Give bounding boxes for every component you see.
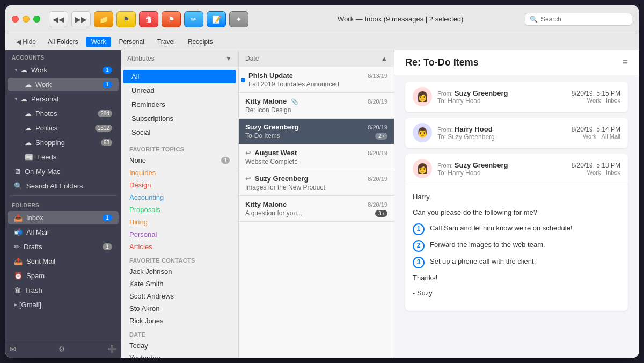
message-item[interactable]: Kitty Malone 📎 8/20/19 Re: Icon Design [239, 93, 394, 119]
filter-topic-design[interactable]: Design [121, 179, 238, 191]
msg-sender: Suzy Greenberg [245, 123, 299, 131]
contact-sto-akron[interactable]: Sto Akron [121, 302, 238, 315]
contact-scott-andrews[interactable]: Scott Andrews [121, 290, 238, 302]
msg-preview: Fall 2019 Tourdates Announced [248, 81, 387, 88]
message-item-selected[interactable]: Suzy Greenberg 8/20/19 To-Do Items 2 › [239, 119, 394, 144]
filter-topic-accounting[interactable]: Accounting [121, 191, 238, 204]
filter-bottom-icon[interactable]: ⚙ [58, 345, 65, 353]
sidebar-item-shopping[interactable]: ☁ Shopping 93 [8, 136, 119, 149]
sidebar-item-label: Politics [35, 124, 57, 132]
contact-kate-smith[interactable]: Kate Smith [121, 278, 238, 290]
from-name: From: Suzy Greenberg [437, 161, 572, 169]
message-list-scroll[interactable]: Phish Update 8/13/19 Fall 2019 Tourdates… [239, 67, 394, 358]
search-input[interactable] [541, 16, 627, 23]
sidebar-item-search-all[interactable]: 🔍 Search All Folders [8, 179, 119, 193]
stamp-button[interactable]: ✦ [229, 11, 248, 27]
email-intro: Can you please do the following for me? [413, 207, 620, 219]
flag-yellow-icon: ⚑ [123, 15, 130, 24]
minimize-button[interactable] [23, 16, 30, 23]
maximize-button[interactable] [33, 16, 40, 23]
sidebar-item-politics[interactable]: ☁ Politics 1512 [8, 121, 119, 135]
sort-up-icon: ▲ [381, 55, 387, 62]
sidebar-item-sentmail[interactable]: 📤 Sent Mail [8, 255, 119, 268]
main-content: Accounts ▼ ☁ Work 1 ☁ Work 1 ▼ ☁ Persona… [5, 50, 639, 358]
filter-topic-inquiries[interactable]: Inquiries [121, 166, 238, 179]
work-badge: 1 [103, 67, 112, 74]
search-bar[interactable]: 🔍 [525, 13, 632, 26]
delete-button[interactable]: 🗑 [139, 11, 158, 27]
filter-topic-proposals[interactable]: Proposals [121, 204, 238, 216]
app-window: ◀◀ ▶▶ 📁 ⚑ 🗑 ⚑ ✏ 📝 ✦ [5, 5, 639, 358]
drafts-icon: ✏ [14, 243, 20, 251]
email-time: 8/20/19, 5:15 PM [572, 90, 620, 97]
flag-yellow-button[interactable]: ⚑ [116, 11, 136, 27]
sidebar-divider [10, 195, 116, 196]
mac-icon: 🖥 [14, 168, 21, 176]
filter-header-label: Attributes [127, 55, 155, 62]
forward-button[interactable]: ▶▶ [71, 11, 91, 27]
contact-jack-johnson[interactable]: Jack Johnson [121, 265, 238, 278]
filter-header[interactable]: Attributes ▼ [121, 50, 238, 67]
sidebar-item-photos[interactable]: ☁ Photos 284 [8, 107, 119, 120]
sidebar-item-personal-account[interactable]: ▼ ☁ Personal [8, 92, 119, 106]
filter-attr-unread[interactable]: Unread [123, 84, 236, 97]
sidebar-item-gmail[interactable]: ▶ [Gmail] [8, 298, 119, 311]
sidebar-item-drafts[interactable]: ✏ Drafts 1 [8, 240, 119, 253]
hide-button[interactable]: ◀ Hide [12, 37, 40, 47]
email-messages: 👩 From: Suzy Greenberg To: Harry Hood [394, 75, 639, 358]
tab-receipts[interactable]: Receipts [182, 37, 218, 47]
sidebar-item-work-account[interactable]: ▼ ☁ Work 1 [8, 63, 119, 77]
filter-attr-all[interactable]: All [123, 70, 236, 83]
add-account-icon[interactable]: ➕ [107, 345, 116, 353]
sidebar-item-allmail[interactable]: 📬 All Mail [8, 226, 119, 239]
filter-attr-label: Reminders [131, 100, 165, 108]
message-item[interactable]: Kitty Malone 8/20/19 A question for you.… [239, 196, 394, 222]
archive-button[interactable]: 📁 [94, 11, 113, 27]
date-today[interactable]: Today [121, 339, 238, 352]
filter-attr-reminders[interactable]: Reminders [123, 98, 236, 111]
sidebar-item-spam[interactable]: ⏰ Spam [8, 269, 119, 282]
feeds-icon: 📰 [25, 153, 33, 161]
topic-none-label: None [129, 156, 146, 164]
filter-attr-social[interactable]: Social [123, 126, 236, 139]
compose-bottom-icon[interactable]: ✉ [10, 345, 16, 353]
message-item[interactable]: ↩ Suzy Greenberg 8/20/19 Images for the … [239, 170, 394, 196]
filter-topic-hiring[interactable]: Hiring [121, 216, 238, 228]
archive-icon: 📁 [99, 15, 108, 24]
tab-work[interactable]: Work [86, 37, 112, 47]
sidebar-item-trash[interactable]: 🗑 Trash [8, 284, 119, 297]
compose-button[interactable]: ✏ [184, 11, 203, 27]
sidebar-item-inbox[interactable]: 📥 Inbox 1 [8, 211, 119, 224]
note-button[interactable]: 📝 [207, 11, 226, 27]
sidebar-item-label: Work [31, 66, 47, 74]
sidebar-item-onmymac[interactable]: 🖥 On My Mac [8, 165, 119, 178]
filter-topic-none[interactable]: None 1 [121, 154, 238, 166]
tab-personal[interactable]: Personal [113, 37, 149, 47]
number-circle: 1 [413, 223, 425, 235]
filter-attr-subscriptions[interactable]: Subscriptions [123, 112, 236, 125]
flag-red-button[interactable]: ⚑ [162, 11, 181, 27]
email-tag: Work - Inbox [572, 169, 620, 176]
msg-sender: Kitty Malone [245, 200, 287, 208]
photos-icon: ☁ [25, 110, 32, 118]
sidebar-item-feeds[interactable]: 📰 Feeds [8, 150, 119, 164]
back-button[interactable]: ◀◀ [49, 11, 68, 27]
tab-travel[interactable]: Travel [152, 37, 180, 47]
email-msg-header-3[interactable]: 👩 From: Suzy Greenberg To: Harry Hood [405, 154, 628, 184]
email-msg-header-1[interactable]: 👩 From: Suzy Greenberg To: Harry Hood [405, 82, 628, 112]
filter-topic-articles[interactable]: Articles [121, 241, 238, 253]
date-yesterday[interactable]: Yesterday [121, 352, 238, 358]
message-item[interactable]: Phish Update 8/13/19 Fall 2019 Tourdates… [239, 67, 394, 93]
email-menu-icon[interactable]: ≡ [622, 57, 628, 68]
msg-sender: ↩ Suzy Greenberg [245, 175, 308, 183]
close-button[interactable] [12, 16, 19, 23]
msg-preview: Images for the New Product [245, 184, 387, 191]
sidebar-item-label: Photos [35, 110, 57, 118]
sidebar-bottom: ✉ ⚙ ➕ [5, 340, 121, 358]
contact-rick-jones[interactable]: Rick Jones [121, 315, 238, 327]
tab-all-folders[interactable]: All Folders [42, 37, 84, 47]
sidebar-item-work-sub[interactable]: ☁ Work 1 [8, 78, 119, 91]
email-msg-header-2[interactable]: 👨 From: Harry Hood To: Suzy Greenberg [405, 118, 628, 148]
message-item[interactable]: ↩ August West 8/20/19 Website Complete [239, 144, 394, 170]
filter-topic-personal[interactable]: Personal [121, 228, 238, 241]
